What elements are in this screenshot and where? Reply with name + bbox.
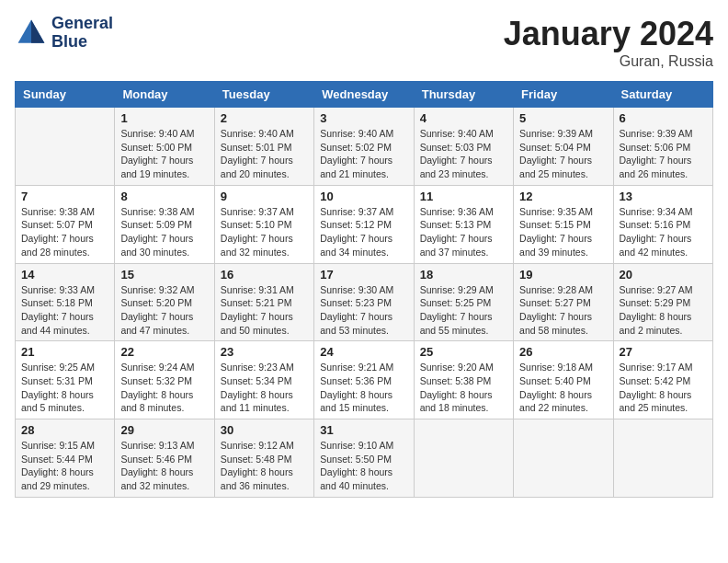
day-info: Sunrise: 9:40 AM Sunset: 5:03 PM Dayligh… [420, 127, 507, 181]
day-cell: 19Sunrise: 9:28 AM Sunset: 5:27 PM Dayli… [514, 263, 613, 341]
day-cell [514, 419, 613, 498]
day-info: Sunrise: 9:40 AM Sunset: 5:02 PM Dayligh… [320, 127, 407, 181]
day-cell: 23Sunrise: 9:23 AM Sunset: 5:34 PM Dayli… [214, 341, 313, 419]
day-number: 1 [120, 111, 208, 125]
day-cell: 13Sunrise: 9:34 AM Sunset: 5:16 PM Dayli… [613, 185, 712, 263]
day-cell: 4Sunrise: 9:40 AM Sunset: 5:03 PM Daylig… [414, 108, 513, 186]
day-number: 22 [120, 345, 208, 359]
day-cell: 20Sunrise: 9:27 AM Sunset: 5:29 PM Dayli… [613, 263, 712, 341]
day-cell: 27Sunrise: 9:17 AM Sunset: 5:42 PM Dayli… [613, 341, 712, 419]
day-number: 26 [519, 345, 607, 359]
month-title: January 2024 [504, 15, 713, 53]
day-info: Sunrise: 9:25 AM Sunset: 5:31 PM Dayligh… [21, 361, 108, 415]
day-info: Sunrise: 9:15 AM Sunset: 5:44 PM Dayligh… [21, 439, 108, 493]
day-info: Sunrise: 9:40 AM Sunset: 5:00 PM Dayligh… [120, 127, 208, 181]
day-info: Sunrise: 9:17 AM Sunset: 5:42 PM Dayligh… [620, 361, 707, 415]
day-info: Sunrise: 9:32 AM Sunset: 5:20 PM Dayligh… [120, 283, 208, 338]
day-info: Sunrise: 9:39 AM Sunset: 5:04 PM Dayligh… [519, 127, 607, 181]
day-number: 19 [519, 268, 607, 282]
day-number: 28 [21, 423, 108, 437]
day-cell [16, 108, 115, 186]
day-cell: 31Sunrise: 9:10 AM Sunset: 5:50 PM Dayli… [314, 419, 414, 498]
day-cell: 10Sunrise: 9:37 AM Sunset: 5:12 PM Dayli… [314, 185, 414, 263]
week-row-5: 28Sunrise: 9:15 AM Sunset: 5:44 PM Dayli… [16, 419, 713, 498]
weekday-header-saturday: Saturday [613, 82, 712, 108]
day-number: 17 [320, 268, 407, 282]
day-number: 2 [221, 111, 308, 125]
title-block: January 2024 Guran, Russia [504, 15, 713, 70]
day-number: 5 [519, 111, 607, 125]
day-number: 14 [21, 268, 108, 282]
day-info: Sunrise: 9:35 AM Sunset: 5:15 PM Dayligh… [519, 205, 607, 259]
logo-icon [15, 17, 48, 50]
weekday-header-monday: Monday [115, 82, 214, 108]
day-number: 8 [120, 190, 208, 203]
calendar-body: 1Sunrise: 9:40 AM Sunset: 5:00 PM Daylig… [16, 108, 713, 498]
day-number: 21 [21, 345, 108, 359]
day-cell: 2Sunrise: 9:40 AM Sunset: 5:01 PM Daylig… [214, 108, 313, 186]
day-info: Sunrise: 9:38 AM Sunset: 5:09 PM Dayligh… [120, 205, 208, 259]
day-cell: 11Sunrise: 9:36 AM Sunset: 5:13 PM Dayli… [414, 185, 513, 263]
day-info: Sunrise: 9:39 AM Sunset: 5:06 PM Dayligh… [620, 127, 707, 181]
day-info: Sunrise: 9:23 AM Sunset: 5:34 PM Dayligh… [221, 361, 308, 415]
day-info: Sunrise: 9:36 AM Sunset: 5:13 PM Dayligh… [420, 205, 507, 259]
day-number: 23 [221, 345, 308, 359]
week-row-4: 21Sunrise: 9:25 AM Sunset: 5:31 PM Dayli… [16, 341, 713, 419]
day-number: 16 [221, 268, 308, 282]
day-number: 7 [21, 190, 108, 203]
weekday-header-sunday: Sunday [16, 82, 115, 108]
calendar-table: SundayMondayTuesdayWednesdayThursdayFrid… [15, 81, 713, 498]
day-info: Sunrise: 9:31 AM Sunset: 5:21 PM Dayligh… [221, 283, 308, 338]
page-header: General Blue January 2024 Guran, Russia [15, 15, 713, 70]
day-cell: 17Sunrise: 9:30 AM Sunset: 5:23 PM Dayli… [314, 263, 414, 341]
day-number: 15 [120, 268, 208, 282]
weekday-header-thursday: Thursday [414, 82, 513, 108]
day-number: 31 [320, 423, 407, 437]
day-cell: 21Sunrise: 9:25 AM Sunset: 5:31 PM Dayli… [16, 341, 115, 419]
day-info: Sunrise: 9:20 AM Sunset: 5:38 PM Dayligh… [420, 361, 507, 415]
day-number: 13 [620, 190, 707, 203]
day-cell [613, 419, 712, 498]
day-cell: 5Sunrise: 9:39 AM Sunset: 5:04 PM Daylig… [514, 108, 613, 186]
calendar-header: SundayMondayTuesdayWednesdayThursdayFrid… [16, 82, 713, 108]
day-info: Sunrise: 9:10 AM Sunset: 5:50 PM Dayligh… [320, 439, 407, 493]
day-cell: 15Sunrise: 9:32 AM Sunset: 5:20 PM Dayli… [115, 263, 214, 341]
day-number: 29 [120, 423, 208, 437]
day-cell: 7Sunrise: 9:38 AM Sunset: 5:07 PM Daylig… [16, 185, 115, 263]
day-cell: 12Sunrise: 9:35 AM Sunset: 5:15 PM Dayli… [514, 185, 613, 263]
day-cell: 30Sunrise: 9:12 AM Sunset: 5:48 PM Dayli… [214, 419, 313, 498]
logo-text: General Blue [51, 15, 113, 52]
day-info: Sunrise: 9:29 AM Sunset: 5:25 PM Dayligh… [420, 283, 507, 338]
day-info: Sunrise: 9:24 AM Sunset: 5:32 PM Dayligh… [120, 361, 208, 415]
day-cell: 29Sunrise: 9:13 AM Sunset: 5:46 PM Dayli… [115, 419, 214, 498]
day-number: 11 [420, 190, 507, 203]
day-number: 27 [620, 345, 707, 359]
day-number: 4 [420, 111, 507, 125]
day-cell: 14Sunrise: 9:33 AM Sunset: 5:18 PM Dayli… [16, 263, 115, 341]
day-info: Sunrise: 9:37 AM Sunset: 5:12 PM Dayligh… [320, 205, 407, 259]
logo: General Blue [15, 15, 113, 52]
day-number: 20 [620, 268, 707, 282]
day-number: 3 [320, 111, 407, 125]
day-info: Sunrise: 9:34 AM Sunset: 5:16 PM Dayligh… [620, 205, 707, 259]
day-info: Sunrise: 9:33 AM Sunset: 5:18 PM Dayligh… [21, 283, 108, 338]
day-cell: 8Sunrise: 9:38 AM Sunset: 5:09 PM Daylig… [115, 185, 214, 263]
day-cell: 16Sunrise: 9:31 AM Sunset: 5:21 PM Dayli… [214, 263, 313, 341]
day-number: 9 [221, 190, 308, 203]
location: Guran, Russia [504, 53, 713, 70]
day-info: Sunrise: 9:28 AM Sunset: 5:27 PM Dayligh… [519, 283, 607, 338]
week-row-1: 1Sunrise: 9:40 AM Sunset: 5:00 PM Daylig… [16, 108, 713, 186]
day-cell: 25Sunrise: 9:20 AM Sunset: 5:38 PM Dayli… [414, 341, 513, 419]
day-number: 30 [221, 423, 308, 437]
day-cell: 9Sunrise: 9:37 AM Sunset: 5:10 PM Daylig… [214, 185, 313, 263]
day-number: 25 [420, 345, 507, 359]
day-info: Sunrise: 9:21 AM Sunset: 5:36 PM Dayligh… [320, 361, 407, 415]
day-number: 18 [420, 268, 507, 282]
week-row-2: 7Sunrise: 9:38 AM Sunset: 5:07 PM Daylig… [16, 185, 713, 263]
day-cell: 3Sunrise: 9:40 AM Sunset: 5:02 PM Daylig… [314, 108, 414, 186]
day-info: Sunrise: 9:18 AM Sunset: 5:40 PM Dayligh… [519, 361, 607, 415]
day-info: Sunrise: 9:30 AM Sunset: 5:23 PM Dayligh… [320, 283, 407, 338]
day-info: Sunrise: 9:40 AM Sunset: 5:01 PM Dayligh… [221, 127, 308, 181]
weekday-header-wednesday: Wednesday [314, 82, 414, 108]
day-info: Sunrise: 9:27 AM Sunset: 5:29 PM Dayligh… [620, 283, 707, 338]
